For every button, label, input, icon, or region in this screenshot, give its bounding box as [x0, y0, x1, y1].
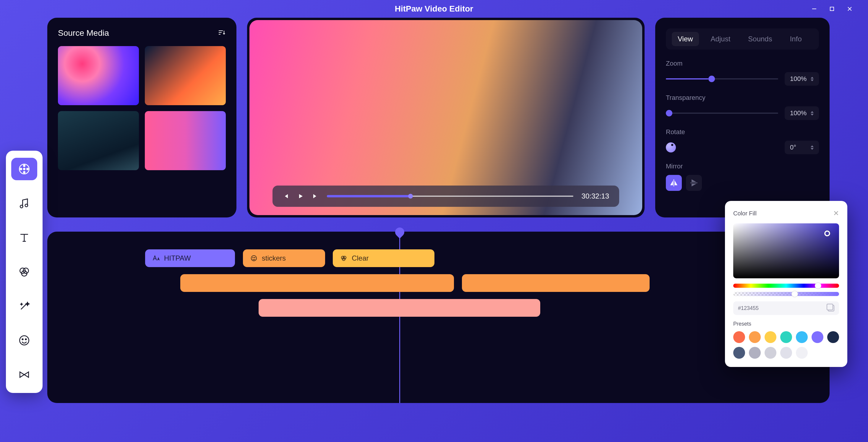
clip-filter[interactable]: Clear — [333, 249, 434, 267]
color-hex-value: #123455 — [738, 305, 828, 311]
close-button[interactable] — [846, 5, 853, 12]
workspace: Source Media 30:32:13 View Ad — [0, 18, 868, 217]
clip-video-a[interactable] — [180, 274, 454, 292]
color-fill-close-button[interactable]: ✕ — [833, 209, 839, 217]
svg-point-9 — [23, 168, 25, 170]
color-swatch[interactable] — [780, 331, 792, 343]
prev-frame-button[interactable] — [282, 193, 289, 199]
color-swatch[interactable] — [796, 347, 808, 359]
presets-label: Presets — [733, 321, 839, 327]
sort-icon — [218, 28, 226, 37]
svg-point-19 — [253, 257, 253, 258]
color-swatch[interactable] — [765, 347, 776, 359]
tab-info[interactable]: Info — [784, 32, 808, 46]
magic-wand-icon — [18, 299, 31, 313]
media-thumbnail[interactable] — [145, 111, 226, 170]
zoom-label: Zoom — [666, 60, 819, 67]
minimize-button[interactable] — [811, 5, 818, 12]
transparency-label: Transparency — [666, 94, 819, 102]
color-swatch[interactable] — [827, 331, 839, 343]
text-aa-icon — [152, 254, 160, 262]
color-alpha-slider[interactable] — [733, 292, 839, 296]
svg-rect-1 — [830, 7, 834, 11]
mirror-vertical-icon — [689, 178, 699, 188]
tab-sounds[interactable]: Sounds — [742, 32, 778, 46]
color-fill-popup: Color Fill ✕ #123455 Presets — [725, 201, 847, 367]
svg-point-16 — [22, 339, 23, 340]
transition-tool[interactable] — [11, 364, 37, 386]
emoji-icon — [18, 334, 31, 347]
color-saturation-field[interactable] — [733, 223, 839, 278]
color-swatch[interactable] — [733, 347, 745, 359]
color-swatch[interactable] — [749, 347, 761, 359]
text-icon — [18, 231, 31, 244]
playback-bar: 30:32:13 — [273, 186, 619, 207]
svg-point-6 — [23, 171, 25, 173]
svg-point-17 — [25, 339, 27, 340]
source-media-title: Source Media — [58, 28, 109, 38]
maximize-button[interactable] — [828, 5, 836, 12]
window-controls — [811, 5, 853, 12]
media-thumbnail[interactable] — [58, 111, 139, 170]
svg-point-8 — [27, 168, 28, 170]
rotate-value[interactable]: 0° — [785, 140, 819, 154]
zoom-value[interactable]: 100% — [785, 72, 819, 86]
clip-stickers[interactable]: stickers — [243, 249, 325, 267]
clip-audio[interactable] — [258, 299, 540, 317]
media-thumbnail[interactable] — [58, 46, 139, 105]
tab-adjust[interactable]: Adjust — [705, 32, 737, 46]
mirror-horizontal-icon — [669, 178, 679, 188]
color-swatch[interactable] — [733, 331, 745, 343]
color-swatch[interactable] — [796, 331, 808, 343]
playback-timecode: 30:32:13 — [582, 192, 609, 200]
properties-panel: View Adjust Sounds Info Zoom 100% Transp… — [655, 18, 830, 217]
transparency-slider[interactable] — [666, 113, 778, 114]
media-tool[interactable] — [11, 158, 37, 180]
playback-track[interactable] — [327, 196, 574, 197]
clip-video-b[interactable] — [462, 274, 650, 292]
effects-tool[interactable] — [11, 295, 37, 317]
copy-hex-button[interactable] — [828, 305, 834, 311]
color-swatch[interactable] — [811, 331, 824, 343]
svg-point-11 — [25, 204, 28, 207]
tab-view[interactable]: View — [672, 32, 699, 46]
transparency-value[interactable]: 100% — [785, 106, 819, 120]
filter-tool[interactable] — [11, 261, 37, 283]
mirror-vertical-button[interactable] — [686, 175, 702, 191]
color-swatch[interactable] — [780, 347, 792, 359]
next-frame-button[interactable] — [312, 193, 318, 199]
preview-canvas[interactable]: 30:32:13 — [249, 20, 642, 215]
film-reel-icon — [18, 162, 31, 176]
mirror-label: Mirror — [666, 162, 819, 170]
color-hue-slider[interactable] — [733, 284, 839, 288]
rotate-knob[interactable] — [666, 143, 676, 153]
properties-tabs: View Adjust Sounds Info — [666, 28, 819, 50]
zoom-slider[interactable] — [666, 78, 778, 80]
color-hex-field[interactable]: #123455 — [733, 302, 839, 315]
preview-panel: 30:32:13 — [247, 18, 645, 217]
text-tool[interactable] — [11, 226, 37, 249]
sort-button[interactable] — [218, 28, 226, 38]
color-fill-title: Color Fill — [733, 210, 756, 217]
mirror-horizontal-button[interactable] — [666, 175, 682, 191]
titlebar: HitPaw Video Editor — [0, 0, 868, 18]
sticker-tool[interactable] — [11, 329, 37, 352]
color-swatch[interactable] — [765, 331, 776, 343]
clip-text[interactable]: HITPAW — [145, 249, 235, 267]
svg-point-15 — [20, 336, 29, 345]
timeline-panel[interactable]: HITPAW stickers Clear — [47, 232, 830, 403]
music-icon — [18, 197, 31, 210]
audio-tool[interactable] — [11, 192, 37, 215]
emoji-icon — [250, 254, 258, 262]
rotate-label: Rotate — [666, 128, 819, 136]
preset-swatches — [733, 331, 839, 359]
source-media-panel: Source Media — [47, 18, 237, 217]
svg-point-20 — [254, 257, 255, 258]
side-toolbar — [6, 151, 42, 393]
media-thumbnail[interactable] — [145, 46, 226, 105]
app-title: HitPaw Video Editor — [395, 4, 473, 13]
play-button[interactable] — [297, 193, 304, 199]
color-swatch[interactable] — [749, 331, 761, 343]
bowtie-icon — [18, 368, 31, 381]
overlap-circles-icon — [340, 254, 347, 262]
